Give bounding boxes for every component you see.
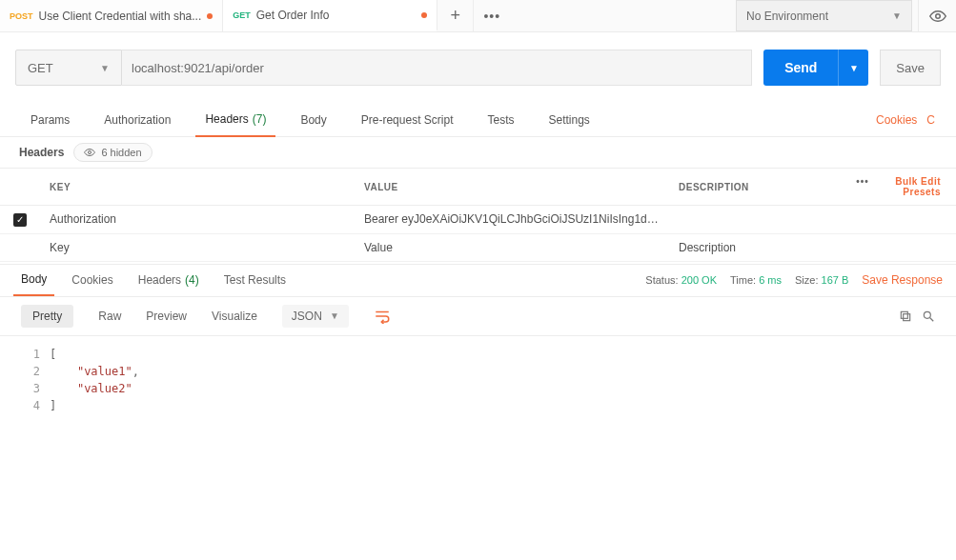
wrap-icon — [374, 309, 391, 324]
size-meta: Size: 167 B — [795, 274, 848, 286]
unsaved-dot-icon — [207, 13, 213, 19]
response-body[interactable]: 1234 [ "value1", "value2" ] — [0, 336, 956, 424]
tab-prerequest[interactable]: Pre-request Script — [352, 103, 463, 137]
time-meta: Time: 6 ms — [730, 274, 782, 286]
col-value: VALUE — [355, 169, 669, 206]
new-tab-button[interactable]: + — [437, 0, 474, 31]
tab-headers-label: Headers — [205, 112, 248, 126]
table-row: ✓ Authorization Bearer eyJ0eXAiOiJKV1QiL… — [0, 206, 956, 234]
format-label: JSON — [292, 310, 322, 323]
tab-params[interactable]: Params — [21, 103, 79, 137]
cookies-link[interactable]: Cookies — [876, 113, 917, 127]
tab-title: Get Order Info — [256, 9, 416, 22]
chevron-down-icon: ▼ — [100, 63, 110, 73]
method-label: GET — [233, 10, 251, 20]
url-bar: GET ▼ Send ▼ Save — [0, 32, 956, 103]
resp-tab-headers[interactable]: Headers (4) — [131, 264, 207, 296]
resp-tab-body[interactable]: Body — [13, 264, 54, 296]
headers-strip: Headers 6 hidden — [0, 137, 956, 168]
request-tab-1[interactable]: GET Get Order Info — [223, 0, 437, 31]
hidden-headers-toggle[interactable]: 6 hidden — [73, 143, 152, 162]
body-actions — [899, 310, 935, 323]
send-dropdown-button[interactable]: ▼ — [838, 50, 868, 86]
header-value-text: Bearer eyJ0eXAiOiJKV1QiLCJhbGciOiJSUzI1N… — [364, 212, 660, 226]
code-link[interactable]: C — [926, 113, 935, 127]
tab-body[interactable]: Body — [291, 103, 336, 137]
status-value: 200 OK — [681, 274, 717, 286]
body-toolbar: Pretty Raw Preview Visualize JSON ▼ — [0, 296, 956, 336]
view-visualize[interactable]: Visualize — [212, 310, 257, 323]
save-button[interactable]: Save — [880, 50, 941, 86]
header-value[interactable]: Bearer eyJ0eXAiOiJKV1QiLCJhbGciOiJSUzI1N… — [355, 206, 669, 234]
tabs-row: POST Use Client Credential with sha... G… — [0, 0, 956, 32]
value-input[interactable]: Value — [355, 233, 669, 261]
tab-settings[interactable]: Settings — [539, 103, 600, 137]
presets-link[interactable]: Presets — [903, 187, 941, 197]
key-input[interactable]: Key — [40, 233, 355, 261]
environment-select[interactable]: No Environment ▼ — [736, 0, 912, 31]
view-pretty[interactable]: Pretty — [21, 305, 73, 328]
search-icon — [922, 310, 935, 323]
view-raw[interactable]: Raw — [98, 310, 121, 323]
save-response-link[interactable]: Save Response — [862, 273, 943, 287]
view-preview[interactable]: Preview — [146, 310, 187, 323]
chevron-down-icon: ▼ — [330, 310, 339, 321]
headers-table: KEY VALUE DESCRIPTION ••• Bulk Edit Pres… — [0, 168, 956, 262]
unsaved-dot-icon — [421, 12, 427, 18]
request-tab-0[interactable]: POST Use Client Credential with sha... — [0, 0, 223, 31]
size-value: 167 B — [822, 274, 849, 286]
tab-headers-count: (7) — [253, 112, 267, 126]
copy-button[interactable] — [899, 310, 912, 323]
svg-rect-3 — [901, 311, 907, 318]
bulk-edit-link[interactable]: Bulk Edit — [895, 176, 941, 187]
table-row-empty: Key Value Description — [0, 233, 956, 261]
header-key[interactable]: Authorization — [40, 206, 355, 234]
quick-look-button[interactable] — [918, 0, 956, 31]
svg-point-4 — [924, 311, 930, 318]
eye-icon — [929, 8, 946, 25]
method-value: GET — [28, 61, 53, 75]
eye-icon — [84, 147, 95, 158]
tab-authorization[interactable]: Authorization — [94, 103, 180, 137]
headers-label: Headers — [19, 146, 64, 159]
tab-headers[interactable]: Headers (7) — [195, 103, 275, 137]
wrap-lines-button[interactable] — [374, 309, 391, 324]
resp-tab-testresults[interactable]: Test Results — [216, 264, 294, 296]
format-dropdown[interactable]: JSON ▼ — [282, 305, 349, 328]
svg-rect-2 — [904, 313, 910, 320]
environment-label: No Environment — [746, 10, 828, 23]
status-meta: Status: 200 OK — [645, 274, 717, 286]
description-input[interactable]: Description — [669, 233, 956, 261]
header-description[interactable] — [669, 206, 956, 234]
method-label: POST — [10, 11, 33, 21]
tab-options-button[interactable]: ••• — [474, 0, 510, 31]
svg-line-5 — [930, 317, 934, 321]
col-description: DESCRIPTION — [669, 169, 803, 206]
resp-tab-headers-count: (4) — [185, 273, 199, 287]
tab-title: Use Client Credential with sha... — [39, 10, 202, 23]
request-sub-tabs: Params Authorization Headers (7) Body Pr… — [0, 103, 956, 137]
hidden-headers-label: 6 hidden — [101, 147, 141, 158]
row-checkbox[interactable]: ✓ — [13, 213, 27, 227]
search-button[interactable] — [922, 310, 935, 323]
line-gutter: 1234 — [0, 346, 50, 414]
time-value: 6 ms — [759, 274, 782, 286]
time-label: Time: — [730, 274, 756, 286]
code-content: [ "value1", "value2" ] — [50, 346, 139, 414]
svg-point-0 — [935, 13, 940, 18]
col-key: KEY — [40, 169, 355, 206]
svg-point-1 — [89, 151, 92, 154]
chevron-down-icon: ▼ — [892, 10, 902, 21]
column-options-button[interactable]: ••• — [856, 176, 869, 187]
resp-tab-cookies[interactable]: Cookies — [64, 264, 120, 296]
url-input[interactable] — [122, 50, 752, 86]
method-dropdown[interactable]: GET ▼ — [15, 50, 122, 86]
response-bar: Body Cookies Headers (4) Test Results St… — [0, 264, 956, 296]
status-label: Status: — [645, 274, 678, 286]
tab-tests[interactable]: Tests — [478, 103, 523, 137]
send-button[interactable]: Send — [763, 50, 838, 86]
resp-tab-headers-label: Headers — [138, 273, 181, 287]
copy-icon — [899, 310, 912, 323]
size-label: Size: — [795, 274, 818, 286]
